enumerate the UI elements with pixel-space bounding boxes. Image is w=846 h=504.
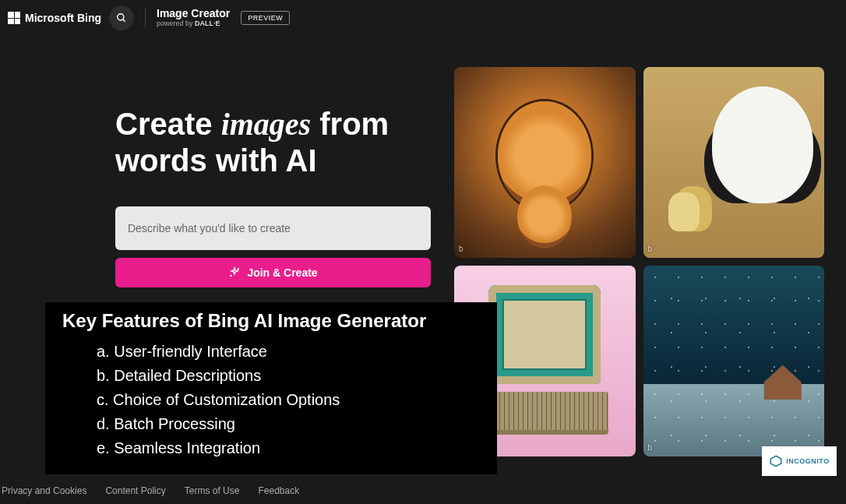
microsoft-bing-logo[interactable]: Microsoft Bing xyxy=(8,12,101,24)
features-title: Key Features of Bing AI Image Generator xyxy=(62,310,480,332)
incognito-watermark: INCOGNITO xyxy=(762,446,837,476)
join-create-button[interactable]: Join & Create xyxy=(115,258,431,287)
svg-point-2 xyxy=(238,269,238,270)
svg-point-3 xyxy=(231,275,231,276)
search-button[interactable] xyxy=(109,5,134,30)
feature-item: d. Batch Processing xyxy=(97,412,480,436)
tile-badge: b xyxy=(459,245,464,253)
sample-gallery: b b b b xyxy=(454,67,824,456)
watermark-text: INCOGNITO xyxy=(786,457,829,465)
sparkle-icon xyxy=(228,266,241,279)
incognito-icon xyxy=(769,454,783,468)
feature-item: b. Detailed Descriptions xyxy=(97,364,480,388)
sample-image-panda[interactable]: b xyxy=(643,67,825,258)
footer-link-privacy[interactable]: Privacy and Cookies xyxy=(2,485,86,496)
svg-marker-4 xyxy=(771,456,782,467)
product-title: Image Creator xyxy=(157,8,230,19)
header: Microsoft Bing Image Creator powered by … xyxy=(0,0,846,36)
svg-line-1 xyxy=(123,19,125,22)
product-brand[interactable]: Image Creator powered by DALL·E xyxy=(157,8,230,27)
cta-label: Join & Create xyxy=(247,266,317,279)
svg-point-0 xyxy=(118,14,124,20)
hero-heading: Create images from words with AI xyxy=(115,106,431,178)
footer-link-terms[interactable]: Terms of Use xyxy=(185,485,240,496)
header-divider xyxy=(145,9,146,27)
feature-item: a. User-friendly Interface xyxy=(97,340,480,364)
features-overlay: Key Features of Bing AI Image Generator … xyxy=(45,302,497,474)
footer-link-content-policy[interactable]: Content Policy xyxy=(105,485,165,496)
product-subtitle: powered by DALL·E xyxy=(157,20,230,28)
footer: Privacy and Cookies Content Policy Terms… xyxy=(0,478,301,504)
tile-badge: b xyxy=(648,443,653,452)
sample-image-tiger[interactable]: b xyxy=(454,67,636,258)
preview-badge: PREVIEW xyxy=(241,11,290,25)
microsoft-icon xyxy=(8,12,20,24)
search-icon xyxy=(116,12,127,23)
brand-text: Microsoft Bing xyxy=(25,12,101,24)
feature-item: e. Seamless Integration xyxy=(97,436,480,460)
feature-item: c. Choice of Customization Options xyxy=(97,388,480,412)
prompt-input[interactable] xyxy=(115,206,431,250)
features-list: a. User-friendly Interface b. Detailed D… xyxy=(62,340,480,460)
sample-image-winter[interactable]: b xyxy=(643,266,825,456)
footer-link-feedback[interactable]: Feedback xyxy=(258,485,299,496)
tile-badge: b xyxy=(648,245,653,253)
